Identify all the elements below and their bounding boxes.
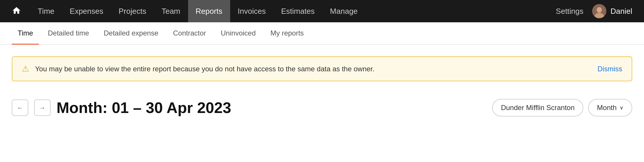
subnav-detailed-time[interactable]: Detailed time bbox=[42, 22, 95, 45]
warning-content: ⚠ You may be unable to view the entire r… bbox=[22, 64, 374, 74]
nav-left: Time Expenses Projects Team Reports Invo… bbox=[12, 0, 365, 22]
top-navigation: Time Expenses Projects Team Reports Invo… bbox=[0, 0, 644, 22]
user-menu[interactable]: Daniel bbox=[592, 4, 632, 18]
subnav-uninvoiced[interactable]: Uninvoiced bbox=[215, 22, 262, 45]
next-period-button[interactable]: → bbox=[34, 99, 51, 116]
workspace-selector[interactable]: Dunder Mifflin Scranton bbox=[492, 99, 583, 117]
nav-invoices[interactable]: Invoices bbox=[230, 0, 273, 22]
nav-expenses[interactable]: Expenses bbox=[62, 0, 111, 22]
subnav-contractor[interactable]: Contractor bbox=[167, 22, 212, 45]
nav-reports[interactable]: Reports bbox=[188, 0, 230, 22]
date-range-heading: Month: 01 – 30 Apr 2023 bbox=[57, 99, 231, 117]
nav-team[interactable]: Team bbox=[154, 0, 188, 22]
date-nav-left: ← → Month: 01 – 30 Apr 2023 bbox=[12, 99, 231, 117]
subnav-my-reports[interactable]: My reports bbox=[265, 22, 310, 45]
svg-point-3 bbox=[597, 7, 602, 12]
settings-link[interactable]: Settings bbox=[556, 7, 583, 16]
subnav-time[interactable]: Time bbox=[12, 22, 39, 45]
period-selector[interactable]: Month ∨ bbox=[588, 99, 632, 117]
date-navigation-row: ← → Month: 01 – 30 Apr 2023 Dunder Miffl… bbox=[0, 90, 644, 125]
avatar-image bbox=[592, 4, 606, 18]
nav-manage[interactable]: Manage bbox=[322, 0, 365, 22]
warning-icon: ⚠ bbox=[22, 64, 29, 74]
subnav-detailed-expense[interactable]: Detailed expense bbox=[98, 22, 164, 45]
nav-right: Settings Daniel bbox=[556, 4, 632, 18]
warning-message: You may be unable to view the entire rep… bbox=[35, 65, 374, 73]
avatar bbox=[592, 4, 606, 18]
nav-estimates[interactable]: Estimates bbox=[273, 0, 322, 22]
prev-period-button[interactable]: ← bbox=[12, 99, 28, 116]
nav-projects[interactable]: Projects bbox=[111, 0, 154, 22]
chevron-down-icon: ∨ bbox=[620, 104, 623, 111]
dismiss-button[interactable]: Dismiss bbox=[597, 65, 622, 73]
period-label: Month bbox=[597, 104, 617, 112]
warning-banner: ⚠ You may be unable to view the entire r… bbox=[12, 56, 632, 81]
user-name-label: Daniel bbox=[610, 7, 632, 16]
nav-time[interactable]: Time bbox=[30, 0, 62, 22]
date-nav-right: Dunder Mifflin Scranton Month ∨ bbox=[492, 99, 632, 117]
sub-navigation: Time Detailed time Detailed expense Cont… bbox=[0, 22, 644, 45]
home-icon[interactable] bbox=[12, 6, 21, 16]
